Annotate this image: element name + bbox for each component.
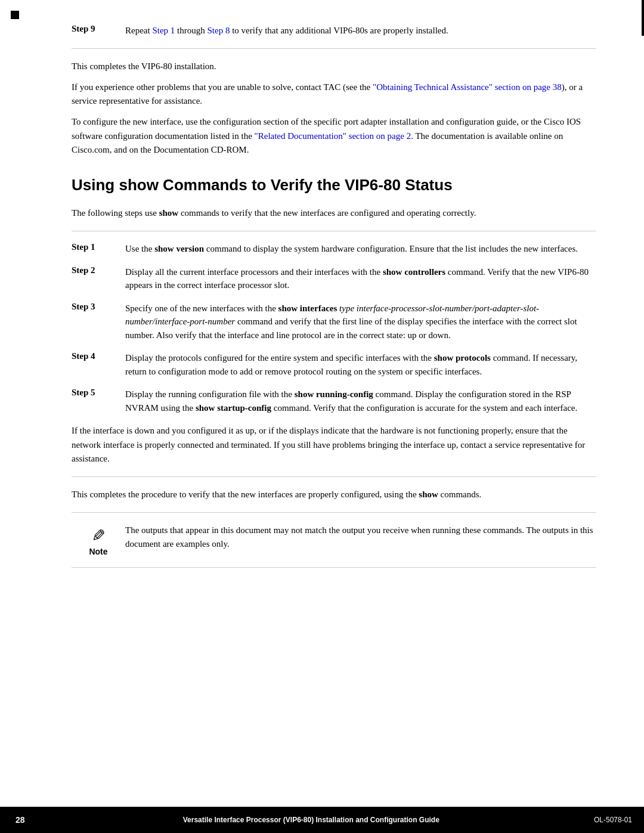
step-9-label: Step 9 — [72, 24, 125, 34]
divider-1 — [72, 48, 596, 49]
step-5-row: Step 5 Display the running configuration… — [72, 388, 596, 414]
footer-title: Versatile Interface Processor (VIP6-80) … — [29, 816, 594, 824]
corner-mark-top-left — [11, 11, 19, 19]
step-9-content: Repeat Step 1 through Step 8 to verify t… — [125, 24, 596, 38]
step9-text-after: to verify that any additional VIP6-80s a… — [230, 26, 448, 35]
para-installation-complete: This completes the VIP6-80 installation. — [72, 60, 596, 73]
footer-doc-number: OL-5078-01 — [594, 816, 632, 824]
step-3-content: Specify one of the new interfaces with t… — [125, 302, 596, 342]
obtaining-tech-assistance-link[interactable]: "Obtaining Technical Assistance" section… — [373, 82, 562, 92]
show-running-config-bold: show running-config — [295, 389, 373, 399]
summary-text: This completes the procedure to verify t… — [72, 488, 596, 501]
step-3-label: Step 3 — [72, 302, 125, 312]
show-protocols-bold: show protocols — [434, 353, 491, 363]
step-1-content: Use the show version command to display … — [125, 242, 596, 256]
step1-link[interactable]: Step 1 — [152, 26, 175, 35]
step-4-content: Display the protocols configured for the… — [125, 351, 596, 378]
page-footer: 28 Versatile Interface Processor (VIP6-8… — [0, 807, 644, 833]
note-pencil-icon: ✎ — [92, 526, 106, 546]
step-1-row: Step 1 Use the show version command to d… — [72, 242, 596, 256]
divider-note-bottom — [72, 567, 596, 568]
divider-3 — [72, 476, 596, 477]
footer-page-number: 28 — [12, 814, 29, 826]
step-4-label: Step 4 — [72, 351, 125, 361]
step-5-label: Step 5 — [72, 388, 125, 398]
para-configure-interface: To configure the new interface, use the … — [72, 115, 596, 157]
step-2-content: Display all the current interface proces… — [125, 265, 596, 292]
note-content: The outputs that appear in this document… — [125, 524, 596, 550]
step-2-label: Step 2 — [72, 265, 125, 275]
para-interface-down: If the interface is down and you configu… — [72, 424, 596, 466]
summary-text-after: commands. — [438, 490, 482, 499]
content-area: Step 9 Repeat Step 1 through Step 8 to v… — [72, 0, 596, 568]
section-intro: The following steps use show commands to… — [72, 206, 596, 220]
step8-link[interactable]: Step 8 — [208, 26, 230, 35]
step9-text-middle: through — [175, 26, 207, 35]
step-5-content: Display the running configuration file w… — [125, 388, 596, 414]
step9-text-before: Repeat — [125, 26, 152, 35]
related-docs-link[interactable]: "Related Documentation" section on page … — [255, 131, 411, 141]
step-1-label: Step 1 — [72, 242, 125, 252]
para2-before: If you experience other problems that yo… — [72, 82, 373, 92]
show-interfaces-bold: show interfaces — [278, 304, 338, 313]
step-4-row: Step 4 Display the protocols configured … — [72, 351, 596, 378]
note-section: ✎ Note The outputs that appear in this d… — [72, 524, 596, 556]
note-icon-area: ✎ Note — [72, 524, 125, 556]
section-heading: Using show Commands to Verify the VIP6-8… — [72, 176, 596, 194]
show-startup-config-bold: show startup-config — [196, 403, 271, 413]
page-container: Step 9 Repeat Step 1 through Step 8 to v… — [0, 0, 644, 833]
summary-text-before: This completes the procedure to verify t… — [72, 490, 419, 499]
divider-2 — [72, 231, 596, 231]
para-tac-contact: If you experience other problems that yo… — [72, 80, 596, 109]
step-9-row: Step 9 Repeat Step 1 through Step 8 to v… — [72, 24, 596, 38]
show-version-bold: show version — [154, 244, 204, 253]
step-2-row: Step 2 Display all the current interface… — [72, 265, 596, 292]
show-bold: show — [159, 208, 179, 218]
step-3-row: Step 3 Specify one of the new interfaces… — [72, 302, 596, 342]
divider-note-top — [72, 512, 596, 513]
summary-show-bold: show — [419, 490, 438, 499]
corner-mark-top-right — [642, 0, 644, 36]
show-controllers-bold: show controllers — [383, 267, 445, 277]
note-label: Note — [89, 547, 107, 556]
